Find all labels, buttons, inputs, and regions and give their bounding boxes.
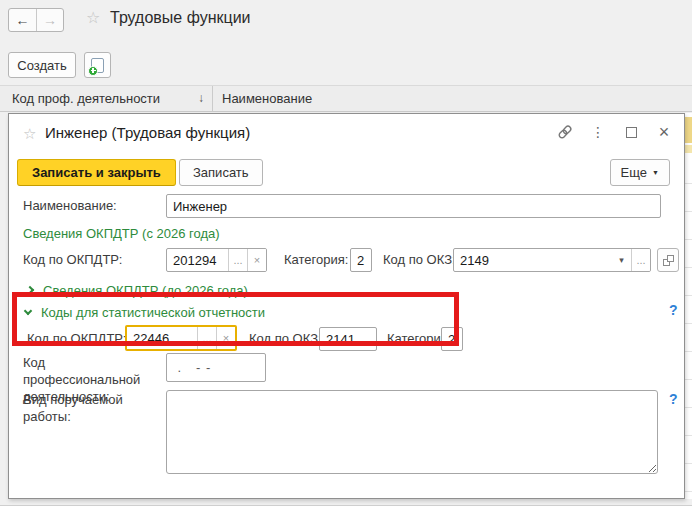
maximize-square-icon [626,127,637,138]
save-and-close-button[interactable]: Записать и закрыть [17,159,176,186]
column-header-name[interactable]: Наименование [222,91,312,106]
back-arrow-icon: ← [16,12,30,28]
okz-code-input[interactable]: 2149 ▾ ... [453,248,651,272]
stat-category-value: 2 [442,328,462,350]
open-item-icon [663,255,674,266]
page-title: Трудовые функции [110,9,251,27]
clear-x-icon[interactable]: × [216,327,235,349]
okpdtr-code-value: 201294 [167,249,228,271]
choose-ellipsis-icon[interactable]: ... [197,327,216,349]
dialog-title: Инженер (Трудовая функция) [45,124,250,141]
open-item-button[interactable] [657,248,679,272]
empty-list-rows [685,156,692,499]
dialog-favorite-star-icon[interactable]: ☆ [23,125,36,143]
name-input[interactable]: Инженер [166,194,661,218]
more-actions-label: Еще [621,165,647,180]
okz-code-label: Код по ОКЗ: [383,252,456,267]
maximize-icon[interactable] [623,124,639,140]
help-icon[interactable]: ? [669,391,678,407]
category-value: 2 [351,249,371,271]
prof-activity-code-input[interactable]: . - - [166,353,266,382]
favorite-star-icon[interactable]: ☆ [86,10,100,26]
okz-code-value: 2149 [454,249,612,271]
work-type-label: Вид поручаемой работы: [23,391,165,425]
category-input[interactable]: 2 [350,248,372,272]
save-button[interactable]: Записать [179,159,263,186]
stat-okpdtr-code-input[interactable]: 22446 ... × [125,325,237,351]
work-type-textarea[interactable] [166,390,658,474]
list-background-sliver [685,113,692,499]
forward-arrow-icon: → [43,12,57,28]
name-value: Инженер [167,195,660,217]
app-window: ← → ☆ Трудовые функции Создать Код проф.… [0,0,692,506]
prof-activity-code-mask: . - - [167,354,265,381]
history-nav-group: ← → [8,8,64,32]
create-button[interactable]: Создать [8,52,76,78]
forward-button[interactable]: → [36,9,63,31]
section-okpdtr-pre2026-label: Сведения ОКПДТР (до 2026 года) [43,283,248,298]
section-stat-codes-toggle[interactable]: Коды для статистической отчетности [25,305,265,320]
stat-okz-code-value: 2141 [320,328,376,350]
back-button[interactable]: ← [9,9,36,31]
section-okpdtr-pre2026-toggle[interactable]: Сведения ОКПДТР (до 2026 года) [27,283,248,298]
section-okpdtr-2026-label: Сведения ОКПДТР (с 2026 года) [23,226,220,241]
name-label: Наименование: [23,198,117,213]
sort-descending-icon: ↓ [198,91,204,105]
selected-row-highlight [685,117,692,143]
stat-okpdtr-code-value: 22446 [127,327,197,349]
more-menu-icon[interactable]: ⋮ [590,124,606,140]
trudovaya-funkciya-dialog: ☆ Инженер (Трудовая функция) ⋮ × Записат… [8,113,685,499]
chevron-down-icon [24,307,32,315]
stat-okz-code-input[interactable]: 2141 [319,327,377,351]
column-header-prof-code[interactable]: Код проф. деятельности [12,91,160,106]
create-group-button[interactable] [84,52,111,78]
close-icon[interactable]: × [656,124,672,140]
get-link-icon[interactable] [557,124,573,140]
chevron-right-icon [26,286,34,294]
chain-link-icon [557,124,573,140]
stat-category-input[interactable]: 2 [441,327,463,351]
section-stat-codes-label: Коды для статистической отчетности [41,305,265,320]
document-plus-icon [91,58,104,73]
stat-okpdtr-code-label: Код по ОКПДТР: [27,331,126,346]
selected-row-highlight-2 [685,145,692,153]
choose-ellipsis-icon[interactable]: ... [631,249,650,271]
caret-down-icon: ▼ [652,169,659,176]
category-label: Категория: [284,252,348,267]
stat-okz-code-label: Код по ОКЗ: [249,331,322,346]
more-actions-button[interactable]: Еще ▼ [610,159,670,186]
dropdown-arrow-icon[interactable]: ▾ [612,249,631,271]
choose-ellipsis-icon[interactable]: ... [228,249,247,271]
dialog-window-controls: ⋮ × [557,124,672,140]
help-icon[interactable]: ? [669,302,678,318]
column-divider [212,86,213,111]
clear-x-icon[interactable]: × [247,249,266,271]
okpdtr-code-input[interactable]: 201294 ... × [166,248,267,272]
okpdtr-code-label: Код по ОКПДТР: [23,252,122,267]
